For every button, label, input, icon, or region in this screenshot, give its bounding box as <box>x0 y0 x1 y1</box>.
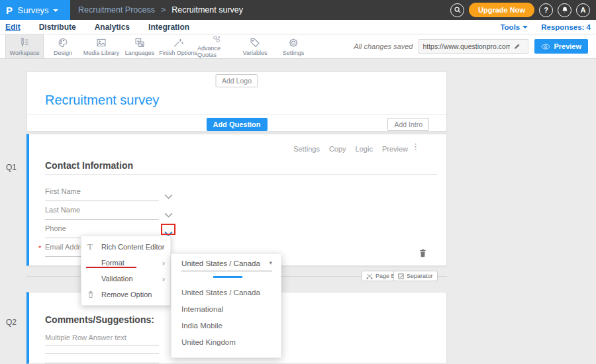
format-option-india-mobile[interactable]: India Mobile <box>181 322 223 330</box>
toolbar-label: Advance Quotas <box>197 45 236 58</box>
toolbar-finish-options[interactable]: Finish Options <box>159 34 197 58</box>
notifications-button[interactable] <box>558 3 571 17</box>
field-last-name[interactable]: Last Name <box>45 206 159 220</box>
format-option-international[interactable]: International <box>181 305 223 313</box>
submenu-active-indicator <box>213 276 242 278</box>
menu-item-rich-content-editor[interactable]: T Rich Content Editor <box>81 239 170 255</box>
toolbar-languages[interactable]: Languages <box>121 34 159 58</box>
toolbar-workspace[interactable]: Workspace <box>5 34 44 58</box>
question-title[interactable]: Contact Information <box>45 160 133 171</box>
toolbar-design[interactable]: Design <box>44 34 82 58</box>
help-button[interactable]: ? <box>539 3 553 17</box>
responses-link[interactable]: Responses: 4 <box>541 23 591 31</box>
toolbar-right: All changes saved Preview <box>354 34 596 58</box>
avatar[interactable]: A <box>576 3 590 17</box>
save-status: All changes saved <box>354 42 413 50</box>
add-intro-button[interactable]: Add Intro <box>387 118 429 131</box>
topbar-actions: Upgrade Now ? A <box>450 3 596 17</box>
tab-integration[interactable]: Integration <box>148 23 189 32</box>
survey-title[interactable]: Recruitment survey <box>45 93 159 108</box>
tab-analytics[interactable]: Analytics <box>95 23 130 32</box>
menu-item-validation[interactable]: Validation › <box>81 271 170 287</box>
question-number-q2: Q2 <box>6 318 17 327</box>
menu-item-label: Rich Content Editor <box>101 243 164 251</box>
question-preview-link[interactable]: Preview <box>382 145 408 153</box>
chevron-down-icon <box>53 9 58 12</box>
search-icon <box>454 6 462 14</box>
toolbar-label: Media Library <box>83 50 120 56</box>
format-option-united-kingdom[interactable]: United Kingdom <box>181 338 236 346</box>
toolbar-label: Finish Options <box>159 50 197 56</box>
main-tab-bar: Edit Distribute Analytics Integration To… <box>0 20 596 34</box>
question-title[interactable]: Comments/Suggestions: <box>45 314 154 325</box>
survey-url-box <box>419 39 528 54</box>
question-copy-link[interactable]: Copy <box>329 145 346 153</box>
top-navbar: P Surveys Recruitment Process > Recruitm… <box>0 0 596 20</box>
field-first-name[interactable]: First Name <box>45 187 159 201</box>
toolbar-label: Variables <box>243 50 268 56</box>
menu-item-label: Format <box>101 259 124 267</box>
answer-line <box>45 363 159 363</box>
field-dropdown-chevron[interactable] <box>164 208 173 220</box>
workspace-icon <box>19 37 30 48</box>
add-logo-button[interactable]: Add Logo <box>215 74 258 87</box>
separator-button[interactable]: Separator <box>393 271 438 281</box>
tools-label: Tools <box>500 23 520 31</box>
format-select[interactable]: United States / Canada ▾ <box>181 259 272 271</box>
questionpro-logo: P <box>6 5 13 16</box>
separator-label: Separator <box>407 273 433 279</box>
menu-item-remove-option[interactable]: Remove Option <box>81 287 170 302</box>
image-icon <box>95 37 107 48</box>
upgrade-now-button[interactable]: Upgrade Now <box>469 3 534 17</box>
scissors-icon <box>366 273 373 279</box>
breadcrumb-separator: > <box>161 5 166 15</box>
palette-icon <box>57 37 69 48</box>
toolbar-label: Design <box>54 50 72 56</box>
delete-question-icon[interactable] <box>419 248 427 261</box>
preview-button[interactable]: Preview <box>534 39 588 54</box>
bell-icon <box>561 6 569 14</box>
toolbar-variables[interactable]: Variables <box>236 34 274 58</box>
magic-wand-icon <box>172 37 184 48</box>
toolbar-advance-quotas[interactable]: Advance Quotas <box>197 34 236 58</box>
tab-edit[interactable]: Edit <box>5 23 21 32</box>
format-select-value: United States / Canada <box>181 259 260 267</box>
gear-icon <box>287 37 299 48</box>
tabrow-right: Tools Responses: 4 <box>500 23 596 31</box>
breadcrumb-parent[interactable]: Recruitment Process <box>78 5 155 15</box>
eye-icon <box>541 44 550 50</box>
toolbar-label: Languages <box>125 50 155 56</box>
required-marker: * <box>38 244 41 252</box>
question-logic-link[interactable]: Logic <box>356 145 373 153</box>
survey-toolbar: Workspace Design Media Library Languages… <box>0 34 596 59</box>
pencil-icon[interactable] <box>513 42 521 50</box>
tab-distribute[interactable]: Distribute <box>39 23 76 32</box>
product-menu-label: Surveys <box>18 5 49 15</box>
search-button[interactable] <box>450 3 464 17</box>
kebab-menu-icon[interactable]: ⋮ <box>411 142 420 151</box>
question-actions: Settings Copy Logic Preview <box>293 145 408 153</box>
tools-menu[interactable]: Tools <box>500 23 528 31</box>
rich-text-icon: T <box>87 242 101 252</box>
survey-url-input[interactable] <box>419 42 513 50</box>
format-annotation-underline <box>86 267 136 268</box>
multi-row-answer-placeholder[interactable]: Multiple Row Answer text <box>45 334 159 345</box>
links-icon <box>211 34 223 44</box>
submenu-arrow-icon: › <box>162 274 165 284</box>
breadcrumb: Recruitment Process > Recruitment survey <box>78 5 243 15</box>
field-dropdown-chevron[interactable] <box>164 190 173 202</box>
separator-icon <box>398 273 404 279</box>
question-settings-link[interactable]: Settings <box>293 145 320 153</box>
add-question-button[interactable]: Add Question <box>206 118 267 131</box>
submenu-arrow-icon: › <box>162 258 165 268</box>
product-menu[interactable]: P Surveys <box>0 0 70 20</box>
toolbar-settings[interactable]: Settings <box>274 34 313 58</box>
toolbar-label: Settings <box>283 50 305 56</box>
translate-icon <box>134 37 146 48</box>
menu-item-format[interactable]: Format › <box>81 255 170 271</box>
header-divider <box>27 114 446 114</box>
format-option-us-canada[interactable]: United States / Canada <box>181 289 260 296</box>
question-number-q1: Q1 <box>6 163 17 172</box>
toolbar-media-library[interactable]: Media Library <box>82 34 121 58</box>
toolbar-label: Workspace <box>10 50 40 56</box>
